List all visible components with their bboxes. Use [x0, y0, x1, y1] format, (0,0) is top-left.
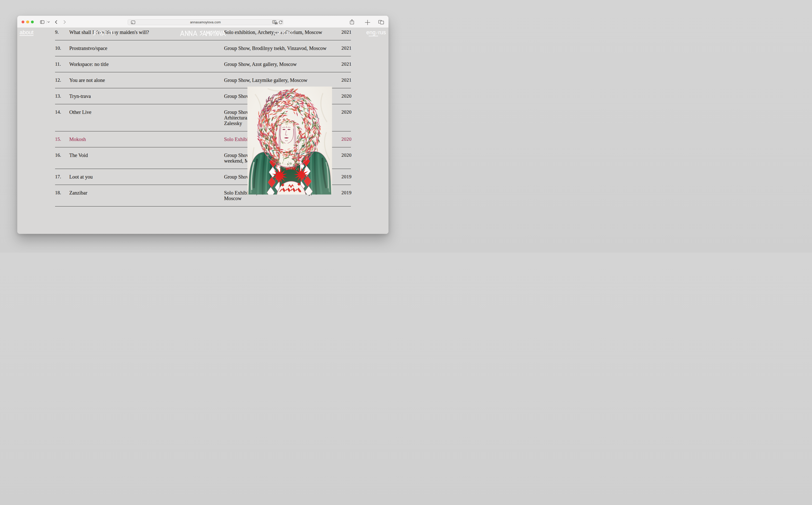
svg-text:x: x	[276, 22, 277, 24]
